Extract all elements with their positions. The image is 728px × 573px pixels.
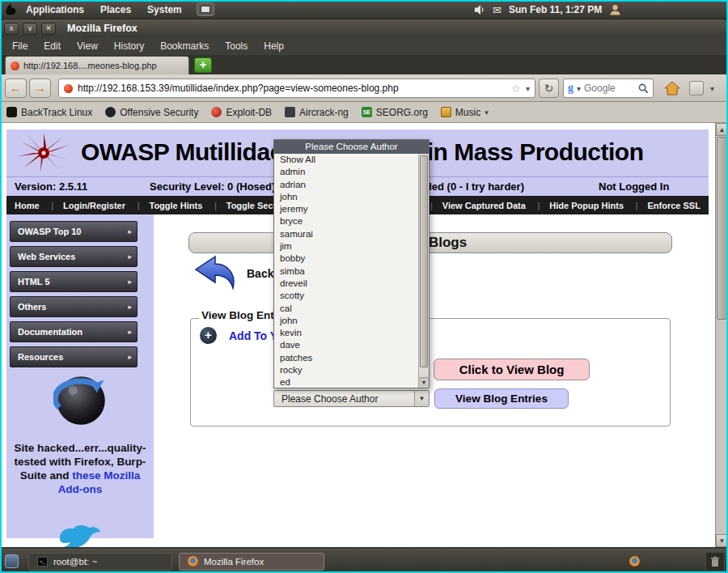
dropdown-option[interactable]: scotty [274, 290, 418, 302]
tab-title: http://192.168....meones-blog.php [23, 61, 157, 70]
new-tab-button[interactable]: + [194, 57, 212, 73]
trash-applet[interactable] [705, 552, 725, 571]
sidebar-menu-item[interactable]: Others ▸ [10, 296, 138, 317]
page-tools-icon[interactable] [689, 81, 704, 96]
active-tab[interactable]: http://192.168....meones-blog.php [5, 56, 189, 74]
firefox-tray-icon[interactable] [629, 556, 640, 567]
back-link[interactable]: Back [247, 267, 273, 280]
dropdown-option[interactable]: samurai [274, 228, 418, 240]
dropdown-option[interactable]: john [274, 315, 418, 327]
reload-button[interactable]: ↻ [539, 79, 559, 98]
author-select-second[interactable]: Please Choose Author ▼ [273, 390, 430, 407]
menubar-item[interactable]: Edit [36, 39, 68, 53]
bookmark-offensive-security[interactable]: Offensive Security [105, 107, 198, 118]
menubar-item[interactable]: File [5, 39, 35, 53]
dropdown-option[interactable]: dreveil [274, 278, 418, 290]
menubar-item[interactable]: Tools [218, 39, 255, 53]
home-button[interactable] [662, 79, 683, 98]
dropdown-option[interactable]: jim [274, 240, 418, 253]
dropdown-scroll-down-icon[interactable]: ▼ [419, 377, 429, 388]
taskbar-item-terminal[interactable]: >_ root@bt: ~ [28, 553, 172, 571]
page-nav-item[interactable]: Home [15, 201, 40, 210]
search-input[interactable]: Google [584, 83, 635, 94]
window-minimize-button[interactable]: ∨ [23, 23, 37, 35]
sidebar-menu-label: Documentation [18, 327, 83, 337]
sidebar-menu-item[interactable]: Resources ▸ [10, 346, 138, 367]
panel-app-launcher[interactable] [197, 2, 214, 16]
bookmark-seorg[interactable]: SE SEORG.org [362, 107, 428, 118]
applications-menu[interactable]: Applications [18, 4, 92, 15]
user-icon[interactable] [609, 3, 621, 16]
menubar-item[interactable]: View [70, 39, 105, 53]
menubar-item[interactable]: History [107, 39, 151, 53]
dropdown-option[interactable]: john [274, 191, 418, 203]
places-menu[interactable]: Places [92, 4, 139, 15]
page-nav-item[interactable]: Toggle Hints [138, 201, 203, 210]
show-desktop-button[interactable] [5, 554, 19, 568]
search-engine-dropdown-icon[interactable]: ▾ [577, 84, 581, 93]
dropdown-option[interactable]: bryce [274, 215, 418, 227]
sidebar-menu-label: Web Services [18, 252, 75, 261]
browser-scrollbar[interactable]: ▲ ▼ [715, 123, 728, 547]
sidebar-menu-item[interactable]: Documentation ▸ [10, 321, 138, 342]
sidebar-menu-label: OWASP Top 10 [18, 227, 81, 236]
page-nav-item[interactable]: Hide Popup Hints [538, 201, 624, 210]
dropdown-scrollbar[interactable]: ▼ [418, 154, 429, 388]
page-nav-item[interactable]: Enforce SSL [636, 201, 700, 210]
view-blog-entries-button[interactable]: View Blog Entries [434, 388, 569, 409]
mail-icon[interactable]: ✉ [493, 4, 502, 16]
dropdown-option[interactable]: ed [274, 376, 418, 388]
dropdown-option[interactable]: cal [274, 303, 418, 315]
search-box[interactable]: g ▾ Google [563, 79, 654, 98]
window-close-button[interactable]: ✕ [41, 23, 56, 35]
bookmark-star-icon[interactable]: ☆ [511, 83, 521, 95]
forward-button[interactable]: → [29, 79, 51, 98]
bookmark-backtrack[interactable]: BackTrack Linux [6, 107, 92, 118]
page-nav-item[interactable]: Login/Register [51, 201, 125, 210]
url-dropdown-icon[interactable]: ▾ [526, 84, 530, 93]
sidebar-menu-item[interactable]: OWASP Top 10 ▸ [10, 221, 138, 242]
dropdown-option[interactable]: admin [274, 166, 418, 178]
dropdown-option[interactable]: Show All [274, 154, 418, 166]
menubar-item[interactable]: Bookmarks [153, 39, 216, 53]
scrollbar-thumb[interactable] [717, 137, 727, 320]
page-nav-item[interactable]: View Captured Data [430, 201, 526, 210]
back-arrow-icon[interactable] [193, 254, 238, 291]
taskbar-item-firefox[interactable]: Mozilla Firefox [179, 553, 324, 571]
sidebar-menu-label: Resources [18, 352, 63, 362]
toolbar-overflow-icon[interactable]: ▾ [710, 84, 714, 93]
dropdown-option[interactable]: bobby [274, 253, 418, 265]
dropdown-selected-option[interactable]: Please Choose Author [274, 140, 429, 154]
dropdown-option[interactable]: dave [274, 339, 418, 351]
url-bar[interactable]: http://192.168.153.39/mutillidae/index.p… [58, 79, 535, 98]
dropdown-option[interactable]: patches [274, 352, 418, 364]
click-to-view-blog-button[interactable]: Click to View Blog [434, 359, 590, 380]
sidebar-menu-item[interactable]: HTML 5 ▸ [10, 271, 138, 292]
url-text[interactable]: http://192.168.153.39/mutillidae/index.p… [78, 83, 506, 94]
dropdown-option[interactable]: kevin [274, 327, 418, 339]
aircrack-icon [285, 107, 295, 117]
back-button[interactable]: ← [5, 79, 27, 98]
system-menu[interactable]: System [139, 4, 190, 15]
scroll-up-icon[interactable]: ▲ [716, 123, 728, 136]
add-plus-icon[interactable]: + [200, 327, 217, 344]
speaker-icon[interactable] [474, 4, 485, 15]
taskbar-item-label: root@bt: ~ [53, 557, 97, 567]
bookmark-aircrack[interactable]: Aircrack-ng [285, 107, 349, 118]
dropdown-option[interactable]: simba [274, 265, 418, 278]
panel-clock[interactable]: Sun Feb 11, 1:27 PM [509, 4, 602, 15]
window-shade-button[interactable]: ∧ [4, 23, 19, 35]
search-magnifier-icon[interactable] [638, 83, 649, 94]
chevron-down-icon: ▾ [485, 108, 489, 117]
bookmark-folder-music[interactable]: Music ▾ [441, 107, 489, 118]
sidebar-menu-item[interactable]: Web Services ▸ [10, 246, 138, 267]
dropdown-option[interactable]: adrian [274, 179, 418, 191]
scroll-down-icon[interactable]: ▼ [716, 534, 728, 547]
window-titlebar[interactable]: ∧ ∨ ✕ Mozilla Firefox [0, 19, 728, 37]
select-arrow-icon[interactable]: ▼ [414, 391, 429, 406]
dropdown-scrollbar-thumb[interactable] [420, 155, 428, 367]
dropdown-option[interactable]: rocky [274, 364, 418, 376]
menubar-item[interactable]: Help [256, 39, 291, 53]
bookmark-exploit-db[interactable]: Exploit-DB [211, 107, 272, 118]
dropdown-option[interactable]: jeremy [274, 203, 418, 215]
